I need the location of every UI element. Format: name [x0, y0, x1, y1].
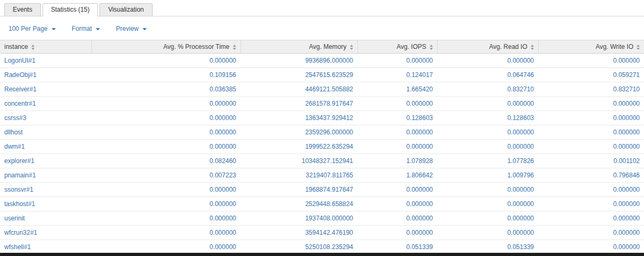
table-row: wfcrun32#10.0000003594142.4761900.000000… [0, 226, 644, 240]
table-row: csrss#30.0000001363437.9294120.1286030.1… [0, 111, 644, 125]
column-header-instance[interactable]: instance [0, 40, 91, 54]
column-header-avg-memory[interactable]: Avg. Memory [240, 40, 357, 54]
cell-instance: RadeObj#1 [0, 68, 91, 82]
cell-avg-processor-time: 0.000000 [91, 226, 240, 240]
sort-icon [350, 45, 353, 50]
format-dropdown-label: Format [72, 25, 92, 32]
column-header-avg-write-io[interactable]: Avg. Write IO [538, 40, 644, 54]
tab-statistics[interactable]: Statistics (15) [43, 3, 98, 16]
cell-avg-processor-time: 0.036385 [91, 82, 240, 97]
table-header: instanceAvg. % Processor TimeAvg. Memory… [0, 40, 644, 54]
per-page-dropdown[interactable]: 100 Per Page [9, 25, 56, 32]
cell-avg-iops: 0.000000 [357, 97, 437, 111]
cell-avg-read-io: 0.000000 [437, 140, 538, 154]
table-row: concentr#10.0000002681578.9176470.000000… [0, 97, 644, 111]
sort-icon [430, 45, 433, 50]
cell-avg-processor-time: 0.000000 [91, 54, 240, 68]
cell-avg-memory: 3594142.476190 [240, 226, 357, 240]
cell-instance: csrss#3 [0, 111, 91, 125]
cell-avg-memory: 2529448.658824 [240, 197, 357, 211]
toolbar: 100 Per Page Format Preview [0, 16, 644, 40]
cell-avg-write-io: 0.001102 [538, 154, 644, 168]
table-body: LogonUI#10.0000009936896.0000000.0000000… [0, 54, 644, 256]
cell-instance: ssonsvr#1 [0, 183, 91, 197]
cell-avg-read-io: 0.000000 [437, 197, 538, 211]
cell-instance: pnamain#1 [0, 168, 91, 183]
cell-avg-read-io: 1.009796 [437, 168, 538, 183]
cell-avg-read-io: 0.000000 [437, 54, 538, 68]
cell-avg-memory: 9936896.000000 [240, 54, 357, 68]
column-header-avg-read-io[interactable]: Avg. Read IO [437, 40, 538, 54]
table-row: userinit0.0000001937408.0000000.0000000.… [0, 211, 644, 226]
cell-avg-iops: 0.000000 [357, 140, 437, 154]
cell-avg-processor-time: 0.000000 [91, 111, 240, 125]
cell-avg-processor-time: 0.000000 [91, 183, 240, 197]
cell-avg-iops: 0.124017 [357, 68, 437, 82]
cell-avg-processor-time: 0.082460 [91, 154, 240, 168]
column-header-avg-iops[interactable]: Avg. IOPS [357, 40, 437, 54]
column-header-label: Avg. Memory [309, 43, 346, 50]
cell-avg-iops: 0.000000 [357, 183, 437, 197]
preview-dropdown-label: Preview [116, 25, 139, 32]
cell-avg-write-io: 0.000000 [538, 183, 644, 197]
column-header-avg-processor-time[interactable]: Avg. % Processor Time [91, 40, 240, 54]
statistics-table: instanceAvg. % Processor TimeAvg. Memory… [0, 40, 644, 256]
cell-avg-write-io: 0.000000 [538, 125, 644, 140]
cell-avg-write-io: 0.796846 [538, 168, 644, 183]
cell-avg-memory: 2681578.917647 [240, 97, 357, 111]
cell-avg-write-io: 0.000000 [538, 240, 644, 254]
cell-avg-read-io: 0.832710 [437, 82, 538, 97]
tab-events[interactable]: Events [4, 3, 41, 16]
cell-avg-read-io: 0.128603 [437, 111, 538, 125]
cell-avg-write-io: 0.000000 [538, 226, 644, 240]
cell-avg-memory: 5250108.235294 [240, 240, 357, 254]
cell-avg-iops: 1.078928 [357, 154, 437, 168]
cell-avg-iops: 0.051339 [357, 240, 437, 254]
cell-avg-memory: 1999522.635294 [240, 140, 357, 154]
cell-avg-write-io: 0.059271 [538, 68, 644, 82]
cell-avg-iops: 0.000000 [357, 125, 437, 140]
cell-avg-memory: 2359296.000000 [240, 125, 357, 140]
cell-avg-write-io: 0.000000 [538, 111, 644, 125]
column-header-label: Avg. IOPS [397, 43, 426, 50]
cell-avg-write-io: 0.000000 [538, 197, 644, 211]
sort-icon [637, 45, 640, 50]
table-row: dllhost0.0000002359296.0000000.0000000.0… [0, 125, 644, 140]
cell-avg-processor-time: 0.000000 [91, 125, 240, 140]
cell-avg-read-io: 0.000000 [437, 125, 538, 140]
table-row: RadeObj#10.1091562547615.6235290.1240170… [0, 68, 644, 82]
cell-avg-iops: 0.000000 [357, 211, 437, 226]
cell-instance: concentr#1 [0, 97, 91, 111]
preview-dropdown[interactable]: Preview [116, 25, 147, 32]
tab-bar: Events Statistics (15) Visualization [0, 0, 644, 16]
cell-avg-read-io: 1.077826 [437, 154, 538, 168]
cell-avg-iops: 0.000000 [357, 54, 437, 68]
cell-avg-memory: 10348327.152941 [240, 154, 357, 168]
cell-avg-memory: 4469121.505882 [240, 82, 357, 97]
chevron-down-icon [52, 28, 56, 30]
cell-avg-processor-time: 0.007223 [91, 168, 240, 183]
format-dropdown[interactable]: Format [72, 25, 100, 32]
table-header-row: instanceAvg. % Processor TimeAvg. Memory… [0, 40, 644, 54]
tab-visualization[interactable]: Visualization [99, 3, 152, 16]
cell-instance: dwm#1 [0, 140, 91, 154]
cell-avg-read-io: 0.000000 [437, 211, 538, 226]
cell-avg-memory: 1363437.929412 [240, 111, 357, 125]
bottom-panel-edge [0, 253, 644, 256]
table-row: LogonUI#10.0000009936896.0000000.0000000… [0, 54, 644, 68]
table-row: pnamain#10.0072233219407.8117651.8066421… [0, 168, 644, 183]
sort-icon [531, 45, 534, 50]
sort-icon [31, 45, 35, 50]
cell-instance: wfcrun32#1 [0, 226, 91, 240]
cell-avg-read-io: 0.000000 [437, 183, 538, 197]
cell-instance: Receiver#1 [0, 82, 91, 97]
cell-avg-iops: 0.128603 [357, 111, 437, 125]
cell-avg-memory: 3219407.811765 [240, 168, 357, 183]
column-header-label: instance [4, 43, 28, 50]
cell-avg-write-io: 0.000000 [538, 211, 644, 226]
table-row: taskhost#10.0000002529448.6588240.000000… [0, 197, 644, 211]
cell-avg-write-io: 0.000000 [538, 54, 644, 68]
cell-avg-read-io: 0.064746 [437, 68, 538, 82]
cell-avg-write-io: 0.000000 [538, 140, 644, 154]
cell-avg-read-io: 0.000000 [437, 97, 538, 111]
